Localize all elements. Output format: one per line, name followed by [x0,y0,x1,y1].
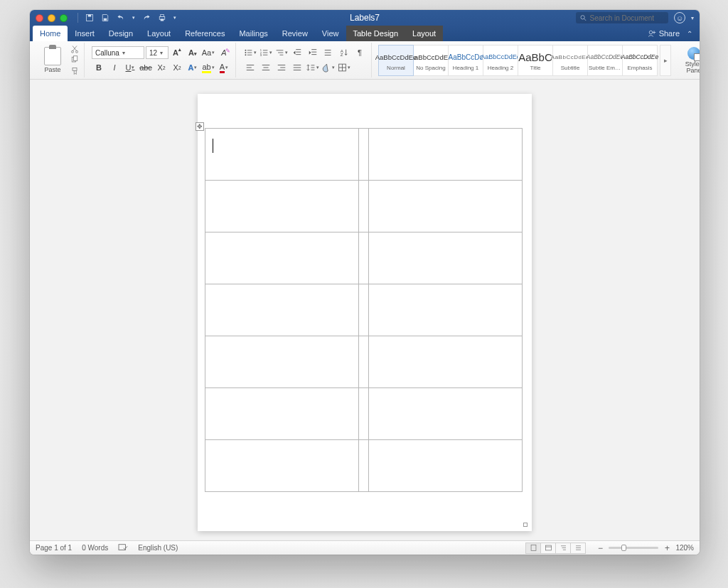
italic-button[interactable]: I [107,61,122,74]
tab-table-design[interactable]: Table Design [346,26,406,41]
table-cell[interactable] [359,388,369,440]
font-name-combo[interactable]: Calluna▾ [92,46,144,59]
language-indicator[interactable]: English (US) [138,544,178,552]
table-cell[interactable] [205,336,359,388]
bold-button[interactable]: B [92,61,106,74]
feedback-dropdown[interactable]: ▾ [691,15,694,21]
tab-review[interactable]: Review [275,26,315,41]
spellcheck-icon[interactable] [118,543,128,553]
style-subtle-emph-[interactable]: AaBbCcDdEeSubtle Emph... [587,45,623,76]
undo-dropdown[interactable]: ▾ [132,15,135,21]
text-effects-button[interactable]: A▾ [186,61,200,74]
table-cell[interactable] [205,440,359,492]
page-indicator[interactable]: Page 1 of 1 [36,544,72,552]
font-size-combo[interactable]: 12▾ [146,46,168,59]
styles-pane-button[interactable]: Styles Pane [680,47,700,74]
print-icon[interactable] [158,14,166,22]
search-box[interactable] [576,12,668,23]
multilevel-list-button[interactable]: ▾ [274,46,289,59]
web-layout-view-button[interactable] [540,542,556,554]
style-heading-1[interactable]: AaBbCcDcHeading 1 [448,45,483,76]
print-layout-view-button[interactable] [525,542,541,554]
autosave-icon[interactable] [85,14,94,22]
zoom-in-button[interactable]: + [663,544,671,552]
format-painter-icon[interactable] [70,67,80,75]
table-resize-handle-icon[interactable] [523,523,528,527]
close-window-button[interactable] [36,14,43,22]
tab-insert[interactable]: Insert [68,26,102,41]
share-button[interactable]: Share [648,29,680,38]
tab-design[interactable]: Design [102,26,140,41]
table-cell[interactable] [369,232,523,284]
table-cell[interactable] [369,440,523,492]
page[interactable]: ✥ [198,94,532,531]
undo-icon[interactable] [117,14,125,22]
borders-button[interactable]: ▾ [337,61,351,74]
zoom-out-button[interactable]: − [596,544,604,552]
table-cell[interactable] [205,129,359,181]
style-heading-2[interactable]: AaBbCcDdEeHeading 2 [483,45,518,76]
search-input[interactable] [590,14,665,22]
draft-view-button[interactable] [570,542,586,554]
grow-font-button[interactable]: A▴ [170,46,184,59]
style-no-spacing[interactable]: AaBbCcDdEeNo Spacing [413,45,449,76]
tab-references[interactable]: References [178,26,232,41]
table-cell[interactable] [205,232,359,284]
table-cell[interactable] [369,181,523,232]
style-title[interactable]: AaBbCTitle [518,45,553,76]
table-cell[interactable] [359,181,369,232]
numbering-button[interactable]: 123▾ [259,46,273,59]
zoom-level[interactable]: 120% [675,544,694,552]
bullets-button[interactable]: ▾ [243,46,257,59]
qat-customize[interactable]: ▾ [173,15,176,21]
ltr-button[interactable] [321,46,336,59]
table-cell[interactable] [359,232,369,284]
label-table[interactable] [205,128,523,492]
minimize-window-button[interactable] [48,14,55,22]
table-cell[interactable] [359,129,369,181]
word-count[interactable]: 0 Words [82,544,108,552]
feedback-icon[interactable]: ☺ [674,12,685,23]
table-cell[interactable] [369,284,523,336]
copy-icon[interactable] [70,55,80,64]
subscript-button[interactable]: X2 [154,61,168,74]
increase-indent-button[interactable] [306,46,320,59]
strikethrough-button[interactable]: abc [139,61,153,74]
style-emphasis[interactable]: AaBbCcDdEeEmphasis [622,45,658,76]
highlight-button[interactable]: ab▾ [201,61,215,74]
align-center-button[interactable] [259,61,273,74]
zoom-thumb[interactable] [621,545,626,551]
document-area[interactable]: ✥ [30,80,700,540]
justify-button[interactable] [290,61,304,74]
clear-formatting-button[interactable]: A✎ [217,46,231,59]
align-left-button[interactable] [243,61,257,74]
zoom-slider[interactable] [609,547,658,549]
redo-icon[interactable] [142,14,151,22]
tab-view[interactable]: View [315,26,346,41]
table-cell[interactable] [205,388,359,440]
table-cell[interactable] [369,388,523,440]
tab-table-layout[interactable]: Layout [405,26,443,41]
tab-layout[interactable]: Layout [140,26,178,41]
table-cell[interactable] [369,336,523,388]
zoom-window-button[interactable] [60,14,68,22]
tab-home[interactable]: Home [33,26,68,41]
style-normal[interactable]: AaBbCcDdEeNormal [378,45,414,76]
tab-mailings[interactable]: Mailings [232,26,274,41]
shrink-font-button[interactable]: A▾ [186,46,200,59]
shading-button[interactable]: ▾ [321,61,336,74]
table-move-handle-icon[interactable]: ✥ [196,122,204,131]
outline-view-button[interactable] [555,542,571,554]
cut-icon[interactable] [70,45,80,53]
styles-more-button[interactable]: ▸ [660,45,671,76]
underline-button[interactable]: U▾ [123,61,137,74]
table-cell[interactable] [369,129,523,181]
align-right-button[interactable] [274,61,289,74]
superscript-button[interactable]: X2 [170,61,184,74]
font-color-button[interactable]: A▾ [217,61,231,74]
line-spacing-button[interactable]: ▾ [306,61,320,74]
table-cell[interactable] [359,440,369,492]
save-icon[interactable] [101,14,109,22]
show-marks-button[interactable]: ¶ [353,46,367,59]
paste-button[interactable]: Paste [38,43,67,77]
